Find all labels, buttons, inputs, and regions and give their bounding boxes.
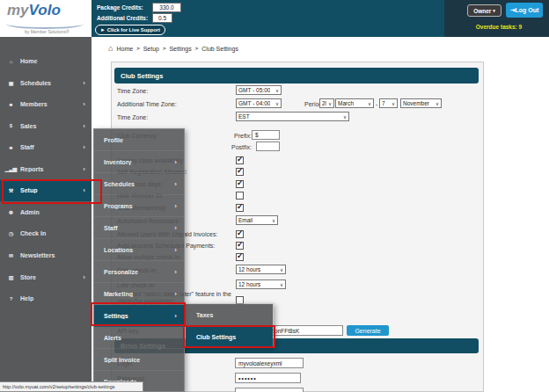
brivo-extra-input[interactable] — [235, 388, 304, 392]
password-input[interactable]: •••••• — [235, 373, 301, 383]
chevron-down-icon: ∨ — [274, 88, 279, 93]
setup-menu-item-locations[interactable]: Locations› — [94, 239, 184, 261]
additional-time-zone-select[interactable]: GMT - 04:00 ∨ — [236, 98, 282, 108]
sidebar-item-label: Staff — [20, 144, 83, 150]
settings-menu-item-club-settings[interactable]: Club Settings — [186, 326, 273, 348]
chevron-right-icon: › — [83, 79, 85, 87]
sidebar-item-setup[interactable]: ⚒Setup› — [0, 180, 92, 201]
wrench-icon: ⚒ — [4, 187, 18, 193]
chevron-right-icon: › — [83, 273, 85, 281]
setup-menu-item-profile[interactable]: Profile — [94, 129, 184, 151]
sidebar-item-sales[interactable]: $Sales› — [0, 115, 92, 136]
home-icon: ⌂ — [4, 59, 18, 64]
setup-menu-item-settings[interactable]: Settings› — [94, 305, 184, 327]
logo-swoosh — [6, 19, 84, 29]
generate-button[interactable]: Generate — [347, 325, 389, 336]
sidebar-item-label: Admin — [20, 209, 92, 215]
hide-member-id-checkbox[interactable] — [236, 192, 244, 200]
sidebar-item-admin[interactable]: ☸Admin — [0, 201, 92, 222]
logout-label: Log Out — [516, 7, 539, 13]
chart-icon: ▂▄▆ — [4, 166, 18, 172]
sidebar-item-newsletters[interactable]: ✉Newsletters — [0, 244, 92, 265]
package-credits-label: Package Credits: — [97, 4, 143, 11]
help-icon: ? — [4, 296, 18, 301]
multiple-check-in-checkbox[interactable] — [236, 253, 244, 261]
sidebar-item-check-in[interactable]: ◷Check In — [0, 223, 92, 244]
setup-menu-item-programs[interactable]: Programs› — [94, 195, 184, 217]
sidebar-item-help[interactable]: ?Help — [0, 288, 92, 309]
sidebar-item-reports[interactable]: ▂▄▆Reports› — [0, 158, 92, 179]
setup-menu-item-staff[interactable]: Staff› — [94, 217, 184, 239]
sidebar-item-label: Home — [20, 58, 92, 64]
automated-reminders-select[interactable]: Email ∨ — [236, 215, 278, 225]
setup-menu-item-personalize[interactable]: Personalize› — [94, 261, 184, 283]
menu-item-label: Club Settings — [196, 334, 236, 340]
breadcrumb-item-setup[interactable]: Setup — [143, 46, 159, 52]
additional-time-zone-label: Additional Time Zone: — [117, 101, 177, 107]
sidebar-item-label: Sales — [20, 123, 83, 129]
chevron-right-icon: › — [174, 268, 177, 276]
logout-button[interactable]: ⇥ Log Out — [506, 3, 543, 18]
unpaid-invoices-checkbox[interactable] — [236, 230, 244, 238]
additional-credits-input[interactable]: 0.5 — [152, 13, 172, 23]
chevron-down-icon: ∨ — [341, 114, 347, 120]
panel-title: Club Settings — [121, 72, 163, 80]
early-check-in-value: 12 hours — [238, 266, 260, 272]
late-check-in-select[interactable]: 12 hours ∨ — [236, 279, 286, 289]
prefix-input[interactable]: $ — [252, 130, 280, 140]
period-end-day-select[interactable]: 7 ∨ — [379, 98, 398, 108]
sidebar-item-label: Newsletters — [20, 252, 92, 258]
additional-credits-value: 0.5 — [158, 15, 166, 21]
overdue-tasks-badge: Overdue tasks: 9 — [453, 24, 545, 30]
breadcrumb-separator: > — [136, 46, 140, 51]
breadcrumb-item-settings[interactable]: Settings — [169, 46, 191, 52]
sidebar-item-store[interactable]: ▥Store› — [0, 266, 92, 287]
menu-item-label: Marketing — [104, 291, 174, 297]
chevron-right-icon: › — [174, 202, 177, 210]
breadcrumb-item-club-settings[interactable]: Club Settings — [201, 46, 238, 52]
display-class-availability-checkbox[interactable] — [236, 156, 244, 164]
package-credits-input[interactable]: 330.0 — [152, 3, 181, 12]
postfix-label: Postfix: — [231, 144, 252, 150]
breadcrumb-item-home[interactable]: Home — [116, 46, 133, 52]
setup-menu-item-split-invoice[interactable]: Split Invoice — [94, 349, 184, 371]
auto-process-payments-checkbox[interactable] — [236, 242, 244, 250]
period-end-month-value: November — [403, 100, 429, 106]
sidebar-item-staff[interactable]: ☻Staff› — [0, 137, 92, 158]
time-zone-name-value: EST — [238, 113, 250, 120]
postfix-input[interactable] — [256, 142, 280, 151]
setup-menu-item-marketing[interactable]: Marketing› — [94, 283, 184, 305]
early-check-in-select[interactable]: 12 hours ∨ — [236, 265, 286, 274]
logo[interactable]: myVolo by Member Solutions® — [0, 0, 92, 37]
period-start-month-select[interactable]: March ∨ — [335, 98, 374, 108]
settings-menu-item-taxes[interactable]: Taxes — [186, 304, 273, 326]
sidebar-item-members[interactable]: ☻Members› — [0, 94, 92, 115]
dollar-icon: $ — [4, 123, 18, 128]
setup-menu-item-inventory[interactable]: Inventory› — [94, 151, 184, 173]
additional-time-zone-value: GMT - 04:00 — [238, 100, 270, 106]
calendar-icon: ▦ — [4, 80, 18, 86]
sidebar-item-schedules[interactable]: ▦Schedules› — [0, 72, 92, 93]
live-support-button[interactable]: ► Click for Live Support — [95, 25, 165, 35]
time-zone-name-select[interactable]: EST ∨ — [236, 112, 349, 121]
menu-item-label: Schedules — [104, 181, 174, 187]
time-zone-select[interactable]: GMT - 05:00 ∨ — [236, 85, 282, 95]
login-input[interactable]: myvoloalexeyxml — [235, 358, 304, 368]
setup-flyout-menu: ProfileInventory›Schedules›Programs›Staf… — [93, 128, 185, 392]
owner-dropdown-button[interactable]: Owner ▾ — [467, 4, 501, 17]
sidebar-item-label: Setup — [20, 187, 83, 193]
club-close-days-checkbox[interactable] — [236, 180, 244, 188]
staff-icon: ☻ — [4, 145, 18, 150]
sidebar-item-home[interactable]: ⌂Home — [0, 51, 92, 72]
club-membership-checkbox[interactable] — [236, 204, 244, 212]
breadcrumb-separator: > — [163, 46, 166, 51]
period-start-day-select[interactable]: 20 ∨ — [319, 98, 334, 108]
period-end-month-select[interactable]: November ∨ — [400, 98, 442, 108]
setup-menu-item-schedules[interactable]: Schedules› — [94, 173, 184, 195]
chevron-down-icon: ∨ — [274, 101, 279, 106]
self-registration-checkbox[interactable] — [236, 168, 244, 176]
menu-item-label: Personalize — [104, 269, 174, 275]
chevron-down-icon: ▾ — [493, 8, 495, 13]
chevron-right-icon: › — [174, 290, 177, 298]
setup-menu-item-alerts[interactable]: Alerts — [94, 327, 184, 349]
